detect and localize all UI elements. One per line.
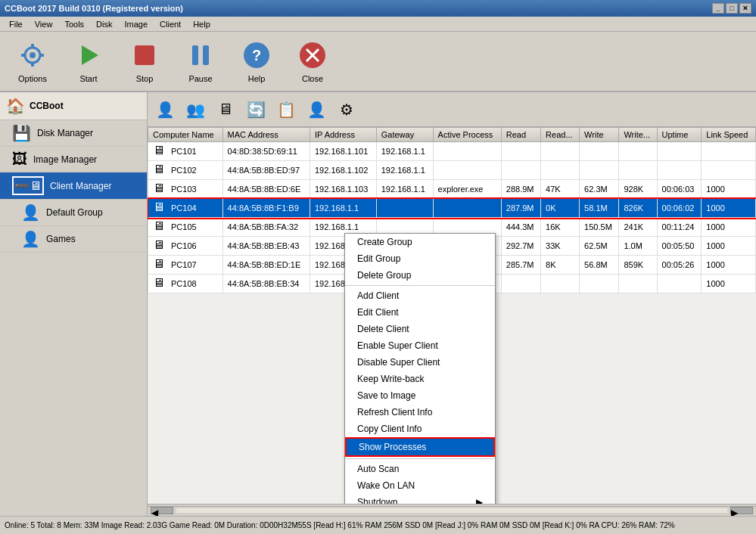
close-button[interactable]: Close	[286, 36, 339, 87]
ctx-item-auto-scan[interactable]: Auto Scan	[345, 461, 495, 477]
col-active-process[interactable]: Active Process	[433, 128, 501, 142]
ctx-item-copy-client[interactable]: Copy Client Info	[345, 421, 495, 437]
sidebar-item-games[interactable]: 👤 Games	[0, 226, 147, 253]
table-row[interactable]: 🖥PC10444:8A:5B:8B:F1:B9192.168.1.1287.9M…	[148, 199, 756, 218]
sidebar-item-disk-manager[interactable]: 💾 Disk Manager	[0, 120, 147, 147]
menu-disk[interactable]: Disk	[90, 18, 118, 30]
menu-image[interactable]: Image	[118, 18, 154, 30]
cell-mac: 44:8A:5B:8B:EB:43	[222, 237, 310, 256]
cell-uptime	[657, 275, 702, 293]
sec-btn-1[interactable]: 👤	[151, 95, 179, 124]
menu-help[interactable]: Help	[187, 18, 216, 30]
sidebar-item-client-manager[interactable]: ➖🖥 Client Manager	[0, 172, 147, 200]
close-window-button[interactable]: ✕	[739, 3, 751, 14]
ctx-item-enable-super[interactable]: Enable Super Client	[345, 337, 495, 354]
cell-read-speed: 47K	[541, 180, 580, 199]
ctx-item-save-to-image[interactable]: Save to Image	[345, 387, 495, 404]
help-button[interactable]: ? Help	[230, 36, 283, 87]
sec-btn-7[interactable]: ⚙	[332, 95, 361, 124]
col-write-speed[interactable]: Write...	[619, 128, 657, 142]
start-icon	[73, 39, 104, 71]
sec-btn-5[interactable]: 📋	[272, 95, 300, 124]
col-read-speed[interactable]: Read...	[541, 128, 580, 142]
menu-file[interactable]: File	[3, 18, 29, 30]
client-manager-label: Client Manager	[50, 181, 111, 191]
col-uptime[interactable]: Uptime	[657, 128, 702, 142]
ctx-item-delete-group[interactable]: Delete Group	[345, 267, 495, 284]
options-button[interactable]: Options	[6, 36, 59, 87]
cell-write: 58.1M	[580, 199, 619, 218]
pc-icon: 🖥	[153, 200, 168, 216]
cell-uptime: 00:05:26	[657, 256, 702, 275]
submenu-arrow-shutdown: ▶	[476, 497, 483, 504]
cell-read-speed: 8K	[541, 256, 580, 275]
menu-client[interactable]: Client	[154, 18, 187, 30]
cell-computer-name: 🖥PC104	[148, 199, 223, 218]
ctx-item-show-processes[interactable]: Show Processes	[345, 437, 495, 457]
minimize-button[interactable]: _	[712, 3, 724, 14]
sec-btn-2[interactable]: 👥	[181, 95, 210, 124]
cell-write: 62.3M	[580, 180, 619, 199]
col-gateway[interactable]: Gateway	[376, 128, 433, 142]
app-title: CCBoot 2017 Build 0310 (Registered versi…	[5, 4, 712, 13]
pc-icon: 🖥	[153, 144, 168, 159]
window-controls: _ □ ✕	[712, 3, 751, 14]
ctx-item-edit-client[interactable]: Edit Client	[345, 304, 495, 321]
cell-gateway: 192.168.1.1	[376, 142, 433, 161]
stop-button[interactable]: Stop	[118, 36, 171, 87]
maximize-button[interactable]: □	[726, 3, 738, 14]
col-mac-address[interactable]: MAC Address	[222, 128, 310, 142]
col-write[interactable]: Write	[580, 128, 619, 142]
col-read[interactable]: Read	[501, 128, 540, 142]
client-table-container[interactable]: Computer Name MAC Address IP Address Gat…	[148, 127, 756, 504]
cell-read: 444.3M	[501, 218, 540, 237]
cell-uptime	[657, 142, 702, 161]
svg-rect-9	[203, 45, 209, 65]
cell-computer-name: 🖥PC103	[148, 180, 223, 199]
col-ip-address[interactable]: IP Address	[310, 128, 376, 142]
cell-write-speed: 826K	[619, 199, 657, 218]
sec-btn-4[interactable]: 🔄	[241, 95, 270, 124]
start-label: Start	[79, 74, 97, 83]
scroll-track[interactable]	[176, 508, 727, 513]
ctx-item-disable-super[interactable]: Disable Super Client	[345, 354, 495, 371]
pc-icon: 🖥	[153, 238, 168, 253]
pause-button[interactable]: Pause	[174, 36, 227, 87]
scroll-right-button[interactable]: ▶	[730, 507, 753, 514]
col-link-speed[interactable]: Link Speed	[702, 128, 756, 142]
ctx-item-wake-on-lan[interactable]: Wake On LAN	[345, 477, 495, 494]
start-button[interactable]: Start	[62, 36, 115, 87]
table-row[interactable]: 🖥PC10244:8A:5B:8B:ED:97192.168.1.102192.…	[148, 161, 756, 180]
ccboot-icon: 🏠	[6, 97, 25, 115]
cell-write-speed: 241K	[619, 218, 657, 237]
cell-link-speed	[702, 161, 756, 180]
games-label: Games	[46, 234, 76, 244]
disk-manager-icon: 💾	[12, 124, 31, 142]
table-row[interactable]: 🖥PC10104:8D:38:5D:69:11192.168.1.101192.…	[148, 142, 756, 161]
svg-text:?: ?	[252, 47, 261, 64]
cell-computer-name: 🖥PC108	[148, 275, 223, 293]
pc-icon: 🖥	[153, 257, 168, 272]
ctx-item-edit-group[interactable]: Edit Group	[345, 250, 495, 267]
sidebar-item-image-manager[interactable]: 🖼 Image Manager	[0, 147, 147, 172]
cell-read: 288.9M	[501, 180, 540, 199]
cell-computer-name: 🖥PC107	[148, 256, 223, 275]
horizontal-scrollbar[interactable]: ◀ ▶	[148, 504, 756, 516]
ctx-item-add-client[interactable]: Add Client	[345, 287, 495, 304]
ctx-item-create-group[interactable]: Create Group	[345, 234, 495, 250]
scroll-left-button[interactable]: ◀	[151, 507, 173, 514]
cell-link-speed	[702, 142, 756, 161]
col-computer-name[interactable]: Computer Name	[148, 128, 223, 142]
sec-btn-3[interactable]: 🖥	[211, 95, 240, 124]
menu-view[interactable]: View	[29, 18, 59, 30]
sec-btn-6[interactable]: 👤	[302, 95, 331, 124]
cell-read-speed: 0K	[541, 199, 580, 218]
table-row[interactable]: 🖥PC10344:8A:5B:8B:ED:6E192.168.1.103192.…	[148, 180, 756, 199]
sidebar-item-default-group[interactable]: 👤 Default Group	[0, 200, 147, 226]
image-manager-icon: 🖼	[12, 151, 27, 168]
ctx-item-shutdown[interactable]: Shutdown▶	[345, 494, 495, 504]
ctx-item-keep-writeback[interactable]: Keep Write-back	[345, 371, 495, 387]
menu-tools[interactable]: Tools	[58, 18, 90, 30]
ctx-item-delete-client[interactable]: Delete Client	[345, 321, 495, 337]
ctx-item-refresh-client[interactable]: Refresh Client Info	[345, 404, 495, 421]
